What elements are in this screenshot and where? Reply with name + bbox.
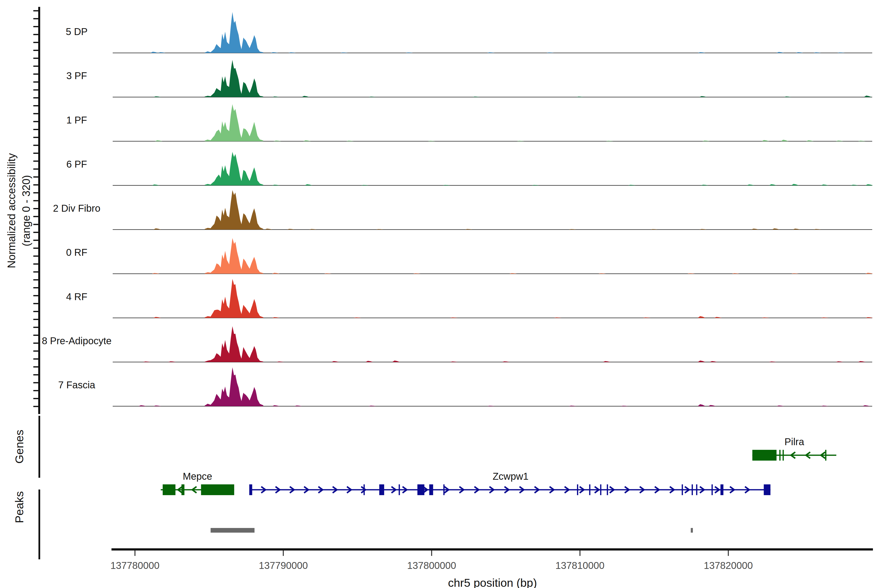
genome-track-figure: Normalized accessibility (range 0 - 320)… (0, 0, 882, 588)
tracks-group: 5 DP3 PF1 PF6 PF2 Div Fibro0 RF4 RF8 Pre… (42, 12, 873, 406)
track-noise-bump (152, 184, 160, 186)
track-noise-bump (795, 52, 803, 53)
axis-minor-tick (33, 248, 38, 249)
track-row: 1 PF (66, 104, 872, 141)
gene-exon-tick (577, 484, 578, 495)
axis-minor-tick (33, 303, 38, 304)
axis-minor-tick (33, 319, 38, 320)
axis-minor-tick (33, 342, 38, 344)
axis-minor-tick (33, 271, 38, 273)
track-noise-bump (143, 362, 151, 362)
track-noise-bump (776, 52, 784, 53)
track-noise-bump (272, 273, 280, 274)
axis-minor-tick (33, 358, 38, 360)
track-noise-bump (714, 317, 722, 318)
axis-minor-tick (33, 18, 38, 20)
track-noise-bump (862, 405, 870, 406)
axis-minor-tick (33, 287, 38, 288)
track-row: 6 PF (66, 152, 873, 186)
peaks-section-label: Peaks (13, 491, 26, 524)
track-noise-bump (821, 184, 829, 186)
track-label: 0 RF (66, 247, 87, 258)
gene-exon-tick (249, 484, 252, 495)
x-axis-tick (431, 550, 432, 556)
track-row: 7 Fascia (58, 367, 872, 406)
axis-minor-tick (33, 263, 38, 265)
axis-minor-tick (33, 105, 38, 106)
track-noise-bump (302, 96, 309, 97)
track-noise-bump (701, 185, 708, 186)
track-noise-bump (331, 361, 339, 362)
track-noise-bump (273, 140, 281, 141)
genes-section-label: Genes (13, 430, 26, 464)
axis-minor-tick (33, 66, 38, 67)
track-noise-bump (272, 96, 280, 97)
track-noise-bump (270, 52, 278, 53)
track-label: 5 DP (66, 26, 88, 37)
track-noise-bump (502, 362, 510, 362)
track-noise-bump (450, 362, 458, 362)
gene-exon-tick (399, 484, 400, 495)
track-label: 6 PF (66, 159, 87, 170)
axis-minor-tick (33, 216, 38, 217)
axis-minor-tick (33, 350, 38, 352)
gene-exon-box (764, 484, 770, 495)
gene-exon-tick (589, 484, 591, 495)
track-label: 7 Fascia (58, 380, 95, 390)
track-row: 4 RF (66, 279, 873, 318)
axis-minor-tick (33, 311, 38, 312)
track-noise-bump (806, 140, 814, 141)
track-row: 5 DP (66, 12, 872, 53)
axis-minor-tick (33, 89, 38, 91)
gene-model: Zcwpw1 (249, 471, 770, 495)
track-noise-bump (866, 273, 873, 274)
track-noise-bump (155, 140, 163, 141)
axis-minor-tick (33, 208, 38, 209)
y-axis-label-line1: Normalized accessibility (5, 153, 17, 268)
track-noise-bump (153, 228, 161, 230)
peak-interval-bar (691, 528, 693, 532)
track-noise-bump (465, 229, 472, 230)
axis-minor-tick (33, 137, 38, 138)
track-noise-bump (747, 184, 754, 186)
track-noise-bump (791, 184, 799, 186)
axis-minor-tick (33, 160, 38, 162)
track-signal-area (205, 190, 263, 230)
track-noise-bump (858, 141, 866, 141)
peaks-group (211, 528, 693, 532)
track-noise-bump (732, 273, 740, 274)
gene-exon-box (379, 484, 384, 495)
axis-minor-tick (33, 34, 38, 35)
axis-minor-tick (33, 255, 38, 257)
x-axis-ticks-group: 1377800001377900001378000001378100001378… (111, 550, 753, 571)
track-noise-bump (866, 184, 873, 186)
track-label: 3 PF (66, 70, 87, 81)
track-signal-area (205, 367, 263, 406)
track-noise-bump (153, 405, 161, 406)
track-noise-bump (309, 229, 317, 230)
axis-minor-tick (33, 406, 38, 407)
axis-minor-tick (33, 200, 38, 201)
x-axis-tick-label: 137780000 (111, 560, 159, 571)
track-noise-bump (772, 228, 780, 230)
track-row: 8 Pre-Adipocyte (42, 326, 872, 362)
gene-exon-box (163, 484, 176, 495)
axis-minor-tick (33, 334, 38, 336)
gene-exon-tick (600, 484, 601, 495)
track-noise-bump (487, 52, 495, 53)
track-noise-bump (265, 229, 273, 230)
track-noise-bump (698, 316, 706, 318)
gene-exon-tick (692, 484, 693, 495)
track-noise-bump (751, 229, 759, 230)
track-row: 0 RF (66, 238, 873, 274)
axis-minor-tick (33, 26, 38, 27)
gene-name-label: Pilra (784, 436, 804, 447)
gene-exon-tick (696, 484, 697, 495)
track-noise-bump (708, 405, 716, 406)
x-axis-tick-label: 137800000 (407, 560, 456, 571)
gene-exon-tick (711, 484, 713, 495)
track-noise-bump (858, 361, 866, 362)
axis-minor-tick (33, 50, 38, 51)
track-noise-bump (698, 361, 706, 362)
axis-minor-tick (33, 58, 38, 59)
